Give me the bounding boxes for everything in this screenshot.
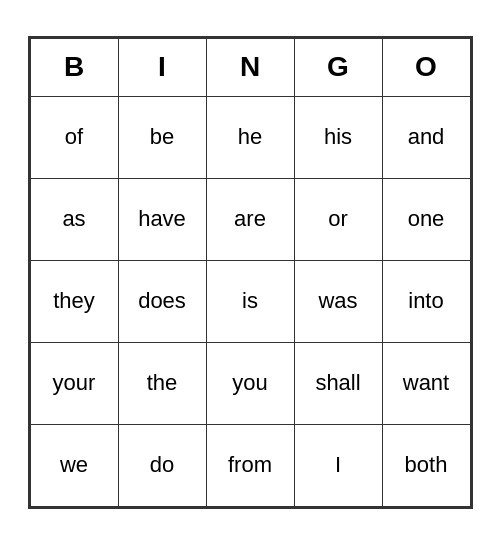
table-cell[interactable]: is <box>206 260 294 342</box>
table-row: theydoesiswasinto <box>30 260 470 342</box>
table-cell[interactable]: the <box>118 342 206 424</box>
header-row: B I N G O <box>30 38 470 96</box>
table-cell[interactable]: does <box>118 260 206 342</box>
table-cell[interactable]: you <box>206 342 294 424</box>
table-row: ofbehehisand <box>30 96 470 178</box>
table-cell[interactable]: want <box>382 342 470 424</box>
table-cell[interactable]: do <box>118 424 206 506</box>
table-cell[interactable]: be <box>118 96 206 178</box>
table-cell[interactable]: into <box>382 260 470 342</box>
table-cell[interactable]: shall <box>294 342 382 424</box>
table-row: yourtheyoushallwant <box>30 342 470 424</box>
table-cell[interactable]: his <box>294 96 382 178</box>
table-cell[interactable]: are <box>206 178 294 260</box>
table-cell[interactable]: of <box>30 96 118 178</box>
table-cell[interactable]: we <box>30 424 118 506</box>
table-row: wedofromIboth <box>30 424 470 506</box>
table-cell[interactable]: have <box>118 178 206 260</box>
table-cell[interactable]: as <box>30 178 118 260</box>
table-cell[interactable]: was <box>294 260 382 342</box>
header-i: I <box>118 38 206 96</box>
table-cell[interactable]: from <box>206 424 294 506</box>
bingo-card: B I N G O ofbehehisandashaveareoronethey… <box>28 36 473 509</box>
bingo-body: ofbehehisandashaveareoronetheydoesiswasi… <box>30 96 470 506</box>
header-n: N <box>206 38 294 96</box>
header-g: G <box>294 38 382 96</box>
header-b: B <box>30 38 118 96</box>
table-cell[interactable]: your <box>30 342 118 424</box>
table-cell[interactable]: and <box>382 96 470 178</box>
table-row: ashaveareorone <box>30 178 470 260</box>
table-cell[interactable]: I <box>294 424 382 506</box>
table-cell[interactable]: both <box>382 424 470 506</box>
table-cell[interactable]: they <box>30 260 118 342</box>
bingo-table: B I N G O ofbehehisandashaveareoronethey… <box>30 38 471 507</box>
header-o: O <box>382 38 470 96</box>
table-cell[interactable]: or <box>294 178 382 260</box>
table-cell[interactable]: he <box>206 96 294 178</box>
table-cell[interactable]: one <box>382 178 470 260</box>
